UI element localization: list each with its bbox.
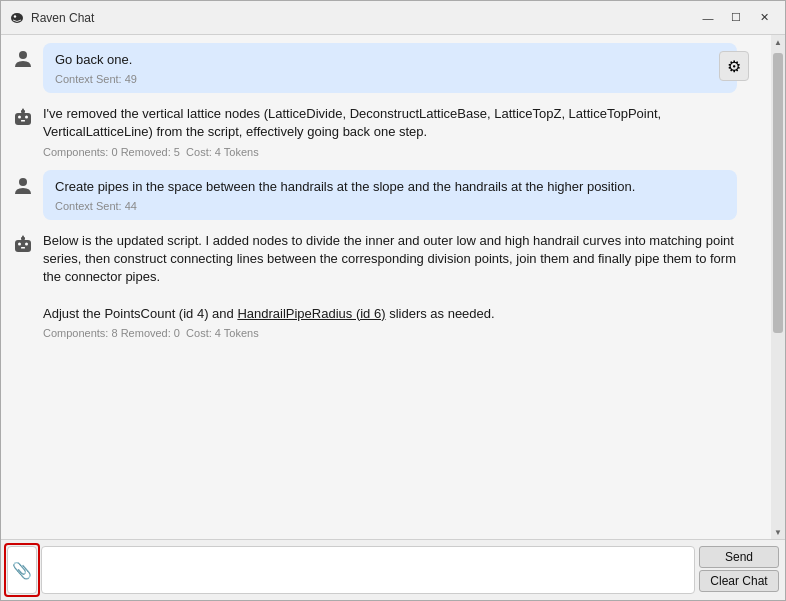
svg-rect-6 xyxy=(21,120,25,122)
svg-rect-3 xyxy=(15,113,31,125)
chat-area: ⚙ Go back one. Context Sent: 49 xyxy=(1,35,785,539)
main-window: Raven Chat — ☐ ✕ ⚙ Go back one. Cont xyxy=(0,0,786,601)
action-buttons: Send Clear Chat xyxy=(699,546,779,594)
scrollbar-track[interactable]: ▲ ▼ xyxy=(771,35,785,539)
svg-point-17 xyxy=(22,235,24,237)
settings-button[interactable]: ⚙ xyxy=(719,51,749,81)
svg-rect-14 xyxy=(21,247,25,249)
svg-point-4 xyxy=(18,116,21,119)
svg-point-2 xyxy=(19,51,27,59)
message-meta: Context Sent: 49 xyxy=(55,73,725,85)
window-controls: — ☐ ✕ xyxy=(695,8,777,28)
ai-bubble: Below is the updated script. I added nod… xyxy=(43,230,737,341)
window-title: Raven Chat xyxy=(31,11,695,25)
message-input[interactable] xyxy=(41,546,695,594)
input-area: 📎 Send Clear Chat xyxy=(1,539,785,600)
svg-point-9 xyxy=(22,109,24,111)
svg-point-5 xyxy=(25,116,28,119)
user-bubble: Create pipes in the space between the ha… xyxy=(43,170,737,220)
svg-point-12 xyxy=(18,242,21,245)
svg-point-13 xyxy=(25,242,28,245)
avatar xyxy=(9,45,37,73)
svg-rect-11 xyxy=(15,240,31,252)
attach-button[interactable]: 📎 xyxy=(7,546,37,594)
clear-chat-button[interactable]: Clear Chat xyxy=(699,570,779,592)
message-text: Below is the updated script. I added nod… xyxy=(43,232,737,323)
avatar xyxy=(9,172,37,200)
svg-point-10 xyxy=(19,178,27,186)
app-icon xyxy=(9,10,25,26)
title-bar: Raven Chat — ☐ ✕ xyxy=(1,1,785,35)
scroll-down-button[interactable]: ▼ xyxy=(771,525,785,539)
message-row: Create pipes in the space between the ha… xyxy=(9,170,777,220)
avatar xyxy=(9,105,37,133)
svg-point-1 xyxy=(14,15,16,17)
message-text: Go back one. xyxy=(55,51,725,69)
paperclip-icon: 📎 xyxy=(12,561,32,580)
message-row: Below is the updated script. I added nod… xyxy=(9,230,777,341)
scroll-up-button[interactable]: ▲ xyxy=(771,35,785,49)
message-text: I've removed the vertical lattice nodes … xyxy=(43,105,737,141)
message-meta: Context Sent: 44 xyxy=(55,200,725,212)
input-row: 📎 Send Clear Chat xyxy=(7,546,779,594)
scroll-thumb[interactable] xyxy=(773,53,783,333)
close-button[interactable]: ✕ xyxy=(751,8,777,28)
attach-area: 📎 xyxy=(7,546,37,594)
avatar xyxy=(9,232,37,260)
red-arrow-indicator xyxy=(0,556,2,584)
ai-bubble: I've removed the vertical lattice nodes … xyxy=(43,103,737,159)
minimize-button[interactable]: — xyxy=(695,8,721,28)
maximize-button[interactable]: ☐ xyxy=(723,8,749,28)
message-row: Go back one. Context Sent: 49 xyxy=(9,43,777,93)
message-text: Create pipes in the space between the ha… xyxy=(55,178,725,196)
message-meta: Components: 8 Removed: 0 Cost: 4 Tokens xyxy=(43,327,737,339)
message-meta: Components: 0 Removed: 5 Cost: 4 Tokens xyxy=(43,146,737,158)
send-button[interactable]: Send xyxy=(699,546,779,568)
gear-icon: ⚙ xyxy=(727,57,741,76)
message-row: I've removed the vertical lattice nodes … xyxy=(9,103,777,159)
user-bubble: Go back one. Context Sent: 49 xyxy=(43,43,737,93)
